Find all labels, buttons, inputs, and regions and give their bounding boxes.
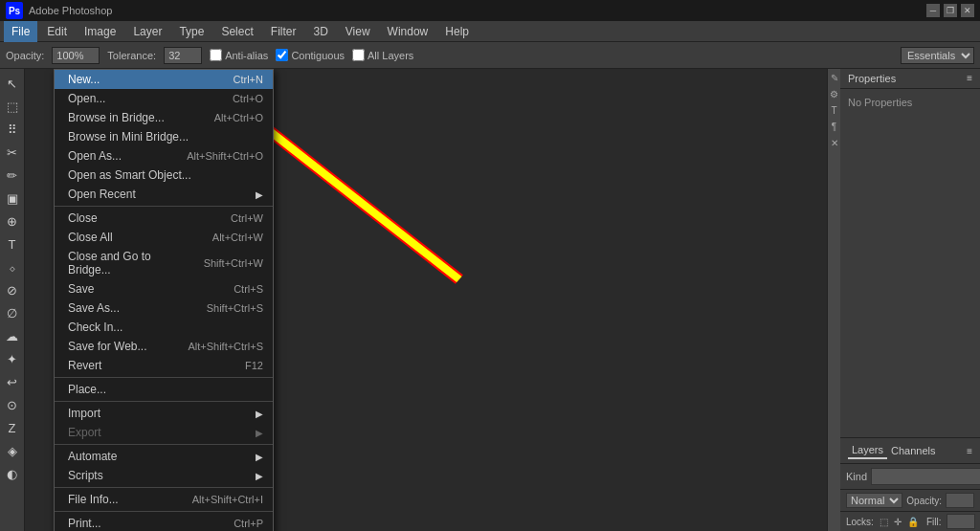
lock-all-icon[interactable]: 🔒 — [907, 517, 919, 527]
menu-item-file-print[interactable]: Print...Ctrl+P — [55, 514, 273, 531]
contiguous-checkbox[interactable] — [276, 49, 288, 61]
menu-item-help[interactable]: Help — [437, 21, 477, 42]
menu-item-file-scripts[interactable]: Scripts▶ — [55, 466, 273, 485]
layers-tab[interactable]: Layers — [848, 442, 887, 459]
menu-item-file-place[interactable]: Place... — [55, 380, 273, 399]
menu-item-window[interactable]: Window — [380, 21, 436, 42]
tool-11[interactable]: ☁ — [2, 325, 23, 346]
menu-item-view[interactable]: View — [338, 21, 378, 42]
menu-shortcut-revert: F12 — [245, 360, 263, 371]
tool-1[interactable]: ⬚ — [2, 96, 23, 117]
minimize-button[interactable]: ─ — [926, 4, 940, 17]
opacity-value[interactable] — [946, 493, 974, 508]
blend-mode-select[interactable]: Normal — [846, 493, 902, 508]
menu-item-type[interactable]: Type — [171, 21, 212, 42]
tool-4[interactable]: ✏ — [2, 165, 23, 186]
menu-item-label-open: Open... — [68, 92, 213, 105]
menu-item-filter[interactable]: Filter — [263, 21, 304, 42]
strip-icon-1[interactable]: ✎ — [831, 73, 838, 83]
menu-item-label-import: Import — [68, 407, 252, 420]
menu-item-label-close-all: Close All — [68, 231, 193, 244]
menu-item-file-open[interactable]: Open...Ctrl+O — [55, 89, 273, 108]
menu-arrow-export: ▶ — [256, 428, 263, 438]
contiguous-label: Contiguous — [291, 50, 345, 61]
tool-6[interactable]: ⊕ — [2, 210, 23, 232]
menu-separator — [55, 444, 273, 445]
properties-collapse[interactable]: ≡ — [967, 73, 972, 84]
file-dropdown: New...Ctrl+NOpen...Ctrl+OBrowse in Bridg… — [54, 69, 274, 531]
menu-item-file-save[interactable]: SaveCtrl+S — [55, 279, 273, 299]
right-container: ✎ ⚙ T ¶ ✕ Properties ≡ No Properties L — [827, 69, 980, 531]
tool-15[interactable]: Z — [2, 417, 23, 438]
fill-value[interactable] — [947, 514, 975, 529]
layers-lock-row: Locks: ⬚ ✛ 🔒 Fill: — [840, 512, 980, 531]
menu-item-file-file-info[interactable]: File Info...Alt+Shift+Ctrl+I — [55, 490, 273, 509]
strip-icon-5[interactable]: ✕ — [831, 138, 838, 148]
menu-shortcut-browse-bridge: Alt+Ctrl+O — [214, 112, 263, 123]
close-button[interactable]: ✕ — [961, 4, 974, 17]
tool-8[interactable]: ⬦ — [2, 256, 23, 277]
anti-alias-checkbox[interactable] — [210, 49, 222, 61]
tool-5[interactable]: ▣ — [2, 188, 23, 209]
menu-item-file-open-as[interactable]: Open As...Alt+Shift+Ctrl+O — [55, 146, 273, 166]
menu-item-file-automate[interactable]: Automate▶ — [55, 447, 273, 466]
menu-item-file-close-all[interactable]: Close AllAlt+Ctrl+W — [55, 228, 273, 247]
menu-item-label-save: Save — [68, 282, 214, 296]
menu-item-file-import[interactable]: Import▶ — [55, 404, 273, 423]
menu-item-file[interactable]: File — [4, 21, 37, 42]
lock-pixel-icon[interactable]: ⬚ — [880, 517, 888, 527]
all-layers-option: All Layers — [352, 49, 413, 61]
tool-12[interactable]: ✦ — [2, 348, 23, 369]
tool-9[interactable]: ⊘ — [2, 279, 23, 300]
tool-10[interactable]: ∅ — [2, 302, 23, 323]
tool-3[interactable]: ✂ — [2, 142, 23, 163]
menu-item-3d[interactable]: 3D — [305, 21, 335, 42]
tool-16[interactable]: ◈ — [2, 440, 23, 461]
layers-panel-menu[interactable]: ≡ — [967, 446, 972, 456]
tool-13[interactable]: ↩ — [2, 371, 23, 392]
menu-item-label-check-in: Check In... — [68, 321, 263, 334]
restore-button[interactable]: ❐ — [944, 4, 957, 17]
menu-item-select[interactable]: Select — [213, 21, 260, 42]
strip-icon-2[interactable]: ⚙ — [830, 89, 838, 100]
layers-search[interactable] — [871, 468, 980, 485]
menu-item-file-browse-mini[interactable]: Browse in Mini Bridge... — [55, 127, 273, 146]
menu-item-file-check-in[interactable]: Check In... — [55, 318, 273, 337]
properties-title: Properties — [848, 73, 896, 84]
menu-shortcut-save-web: Alt+Shift+Ctrl+S — [188, 341, 263, 352]
opacity-input[interactable] — [52, 47, 100, 64]
menu-item-file-browse-bridge[interactable]: Browse in Bridge...Alt+Ctrl+O — [55, 108, 273, 127]
channels-tab[interactable]: Channels — [887, 443, 939, 458]
menu-item-file-save-web[interactable]: Save for Web...Alt+Shift+Ctrl+S — [55, 337, 273, 356]
tool-17[interactable]: ◐ — [2, 463, 23, 484]
menu-item-file-open-recent[interactable]: Open Recent▶ — [55, 185, 273, 204]
tool-14[interactable]: ⊙ — [2, 394, 23, 415]
tool-7[interactable]: T — [2, 233, 23, 254]
menu-item-label-close-goto: Close and Go to Bridge... — [68, 250, 185, 277]
menu-item-layer[interactable]: Layer — [125, 21, 169, 42]
workspace-select[interactable]: Essentials — [901, 47, 974, 64]
layers-mode-row: Normal Opacity: — [840, 490, 980, 512]
menu-item-file-new[interactable]: New...Ctrl+N — [55, 70, 273, 89]
strip-icon-3[interactable]: T — [831, 105, 836, 116]
menu-item-image[interactable]: Image — [77, 21, 123, 42]
menu-item-file-close[interactable]: CloseCtrl+W — [55, 209, 273, 228]
all-layers-checkbox[interactable] — [352, 49, 365, 61]
menu-item-file-revert[interactable]: RevertF12 — [55, 356, 273, 375]
tool-2[interactable]: ⠿ — [2, 119, 23, 140]
tolerance-input[interactable] — [164, 47, 202, 64]
kind-label: Kind — [846, 471, 867, 482]
lock-pos-icon[interactable]: ✛ — [894, 517, 902, 527]
menu-shortcut-new: Ctrl+N — [234, 74, 263, 85]
contiguous-option: Contiguous — [276, 49, 345, 61]
menu-item-file-open-smart[interactable]: Open as Smart Object... — [55, 166, 273, 185]
menu-shortcut-open: Ctrl+O — [233, 93, 263, 104]
menu-item-file-close-goto[interactable]: Close and Go to Bridge...Shift+Ctrl+W — [55, 247, 273, 279]
menu-separator — [55, 511, 273, 512]
locks-label: Locks: — [846, 517, 874, 527]
menu-item-file-save-as[interactable]: Save As...Shift+Ctrl+S — [55, 299, 273, 318]
layers-header: Layers Channels ≡ — [840, 438, 980, 464]
tool-0[interactable]: ↖ — [2, 73, 23, 94]
strip-icon-4[interactable]: ¶ — [832, 122, 836, 132]
menu-item-edit[interactable]: Edit — [39, 21, 75, 42]
